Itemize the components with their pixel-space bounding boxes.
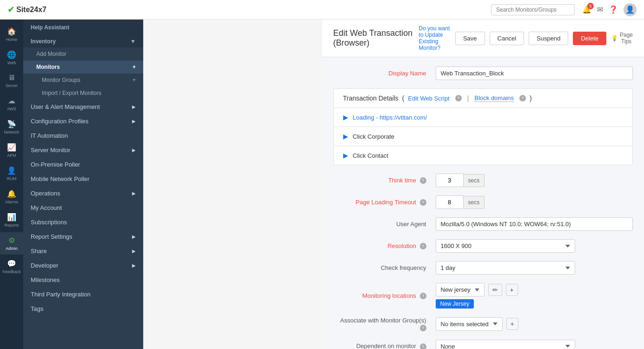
add-monitor-group-button[interactable]: + [506, 318, 518, 330]
associate-monitor-select[interactable]: No items selected [436, 317, 503, 331]
sidebar-nav-home[interactable]: 🏠 Home [0, 23, 23, 46]
step-row-2[interactable]: ▶ Click Corporate [333, 127, 633, 146]
sidebar-tags[interactable]: Tags [23, 302, 143, 316]
sidebar-my-account[interactable]: My Account [23, 201, 143, 215]
edit-web-script-link[interactable]: Edit Web Script [408, 95, 449, 102]
page-loading-timeout-info-icon[interactable]: ? [420, 199, 426, 206]
nav-apm-label: APM [7, 153, 16, 158]
logo[interactable]: ✔ Site24x7 [7, 5, 46, 15]
sidebar-third-party[interactable]: Third Party Integration [23, 287, 143, 302]
import-export-label: Import / Export Monitors [42, 90, 101, 96]
sidebar-milestones[interactable]: Milestones [23, 273, 143, 287]
nav-alarms-label: Alarms [5, 200, 18, 204]
monitoring-locations-label: Monitoring locations ? [333, 292, 436, 300]
lightbulb-icon: 💡 [611, 35, 618, 41]
sidebar-nav-apm[interactable]: 📈 APM [0, 139, 23, 161]
block-domains-info-icon[interactable]: ? [519, 95, 526, 101]
think-time-input[interactable] [436, 174, 464, 187]
search-input[interactable] [491, 4, 575, 15]
resolution-row: Resolution ? 1600 X 900 800 X 600 1024 X… [333, 239, 633, 253]
main-content: Edit Web Transaction (Browser) Do you wa… [322, 20, 644, 349]
user-agent-input[interactable] [436, 217, 633, 231]
sidebar-on-premise[interactable]: On-Premise Poller [23, 157, 143, 172]
dependent-monitor-select[interactable]: None [436, 340, 575, 349]
add-monitor-label: Add Monitor [36, 51, 66, 57]
sidebar-nav-aws[interactable]: ☁ AWS [0, 93, 23, 115]
monitoring-locations-select[interactable]: New jersey California New York [436, 283, 485, 296]
sidebar-inventory-header[interactable]: Inventory ▼ [23, 34, 143, 47]
add-location-button[interactable]: + [506, 284, 518, 296]
associate-monitor-label: Associate with Monitor Group(s) ? [333, 317, 436, 331]
step-3-arrow-icon: ▶ [343, 152, 348, 159]
sidebar-config-profiles[interactable]: Configuration Profiles ▶ [23, 114, 143, 128]
sidebar-monitor-groups[interactable]: Monitor Groups + [23, 74, 143, 87]
sidebar-nav-admin[interactable]: ⚙ Admin [0, 232, 23, 255]
topbar-left: ✔ Site24x7 [7, 5, 46, 15]
display-name-input[interactable] [436, 67, 633, 80]
cancel-button[interactable]: Cancel [490, 32, 524, 45]
dependent-monitor-row: Dependent on monitor ? None [333, 340, 633, 349]
nav-network-label: Network [4, 130, 19, 134]
sidebar-mobile-network[interactable]: Mobile Network Poller [23, 172, 143, 186]
sidebar-nav-server[interactable]: 🖥 Server [0, 70, 23, 92]
report-settings-label: Report Settings [31, 233, 73, 240]
sidebar-operations[interactable]: Operations ▶ [23, 186, 143, 201]
sidebar-developer[interactable]: Developer ▶ [23, 258, 143, 273]
on-premise-label: On-Premise Poller [31, 161, 80, 168]
resolution-info-icon[interactable]: ? [420, 243, 426, 249]
monitoring-locations-group: New jersey California New York ✏ + New J… [436, 283, 518, 309]
sidebar-server-monitor[interactable]: Server Monitor ▶ [23, 143, 143, 157]
edit-web-script-info-icon[interactable]: ? [455, 95, 462, 101]
layout: 🏠 Home 🌐 Web 🖥 Server ☁ AWS 📡 Network 📈 [0, 20, 644, 349]
operations-arrow: ▶ [132, 191, 136, 196]
step-1-arrow-icon: ▶ [343, 114, 348, 121]
report-settings-arrow: ▶ [132, 234, 136, 239]
sidebar-it-automation[interactable]: IT Automation [23, 128, 143, 143]
sidebar-nav-network[interactable]: 📡 Network [0, 116, 23, 138]
sidebar-import-export[interactable]: Import / Export Monitors [23, 87, 143, 100]
sidebar-user-alert[interactable]: User & Alert Management ▶ [23, 100, 143, 114]
admin-icon: ⚙ [8, 236, 15, 245]
sidebar-subscriptions[interactable]: Subscriptions [23, 215, 143, 229]
think-time-info-icon[interactable]: ? [420, 177, 426, 184]
milestones-label: Milestones [31, 276, 60, 283]
sidebar-share[interactable]: Share ▶ [23, 244, 143, 258]
save-button[interactable]: Save [455, 32, 485, 45]
page-tips-button[interactable]: 💡 Page Tips [611, 32, 633, 45]
sidebar-nav-rum[interactable]: 👤 RUM [0, 162, 23, 185]
page-loading-timeout-input[interactable] [436, 195, 464, 209]
it-automation-label: IT Automation [31, 132, 68, 139]
notifications-icon[interactable]: 🔔 5 [582, 5, 591, 14]
step-row-1[interactable]: ▶ Loading - https://vtitan.com/ [333, 108, 633, 127]
step-2-label: Click Corporate [353, 133, 395, 140]
sidebar-nav-reports[interactable]: 📊 Reports [0, 209, 23, 231]
avatar[interactable]: 👤 [624, 3, 637, 16]
monitoring-locations-info-icon[interactable]: ? [420, 293, 426, 299]
update-existing-link[interactable]: Do you want to Update Existing Monitor? [419, 25, 451, 51]
logo-check-icon: ✔ [7, 5, 14, 15]
suspend-button[interactable]: Suspend [529, 32, 568, 45]
step-row-3[interactable]: ▶ Click Contact [333, 146, 633, 165]
monitor-groups-expand-icon: + [133, 77, 136, 83]
sidebar-report-settings[interactable]: Report Settings ▶ [23, 229, 143, 244]
sidebar-monitors[interactable]: Monitors + [23, 60, 143, 74]
check-frequency-select[interactable]: 1 day 1 min 5 mins 10 mins 15 mins 30 mi… [436, 261, 575, 275]
share-label: Share [31, 248, 47, 255]
sidebar-nav-alarms[interactable]: 🔔 Alarms [0, 186, 23, 208]
block-domains-link[interactable]: Block domains [474, 94, 514, 102]
share-arrow: ▶ [132, 248, 136, 254]
sidebar-nav-feedback[interactable]: 💬 Feedback [0, 255, 23, 278]
sidebar-nav-web[interactable]: 🌐 Web [0, 47, 23, 69]
sidebar-help-assistant[interactable]: Help Assistant [23, 20, 143, 34]
network-icon: 📡 [7, 120, 16, 128]
messages-icon[interactable]: ✉ [597, 5, 603, 14]
help-icon[interactable]: ❓ [609, 5, 618, 14]
nav-reports-label: Reports [4, 223, 19, 228]
display-name-label: Display Name [333, 70, 436, 77]
associate-monitor-info-icon[interactable]: ? [420, 325, 426, 331]
sidebar-add-monitor[interactable]: Add Monitor [23, 47, 143, 60]
delete-button[interactable]: Delete [573, 32, 606, 45]
edit-location-button[interactable]: ✏ [488, 284, 502, 296]
dependent-monitor-info-icon[interactable]: ? [420, 343, 426, 349]
resolution-select[interactable]: 1600 X 900 800 X 600 1024 X 768 1280 X 1… [436, 239, 575, 253]
